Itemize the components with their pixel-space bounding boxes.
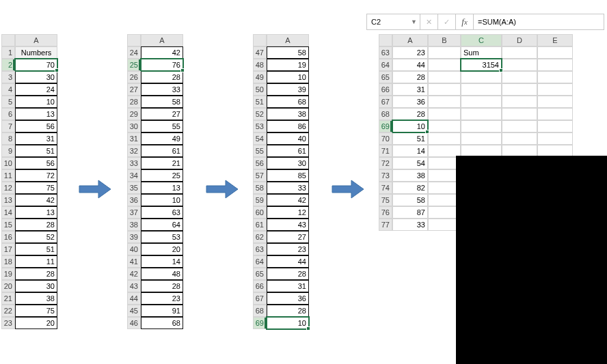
row-number[interactable]: 76 (379, 206, 392, 219)
data-cell[interactable] (428, 59, 461, 71)
data-cell[interactable]: 11 (15, 255, 57, 268)
row-number[interactable]: 39 (127, 231, 141, 243)
data-cell[interactable] (428, 46, 461, 59)
col-header[interactable]: E (537, 34, 573, 46)
data-cell[interactable]: 42 (141, 46, 183, 59)
data-cell[interactable]: 27 (267, 231, 309, 243)
confirm-icon[interactable]: ✓ (438, 14, 456, 29)
data-cell[interactable]: 38 (267, 108, 309, 120)
row-number[interactable]: 64 (379, 59, 392, 71)
data-cell[interactable]: 23 (392, 46, 428, 59)
data-cell[interactable]: 51 (15, 145, 57, 157)
row-number[interactable]: 16 (1, 231, 15, 243)
data-cell[interactable]: 87 (392, 206, 428, 219)
data-cell[interactable] (428, 96, 461, 108)
row-number[interactable]: 21 (1, 292, 15, 305)
data-cell[interactable]: 28 (392, 108, 428, 120)
row-number[interactable]: 64 (253, 255, 267, 268)
row-number[interactable]: 30 (127, 120, 141, 132)
row-number[interactable]: 34 (127, 169, 141, 182)
row-number[interactable]: 55 (253, 145, 267, 157)
data-cell[interactable]: 28 (15, 219, 57, 231)
data-cell[interactable]: 31 (267, 280, 309, 292)
data-cell[interactable]: 28 (141, 280, 183, 292)
data-cell[interactable]: 30 (15, 71, 57, 83)
data-cell[interactable]: 30 (15, 280, 57, 292)
data-cell[interactable]: 10 (15, 96, 57, 108)
data-cell[interactable] (461, 71, 502, 83)
row-number[interactable]: 51 (253, 96, 267, 108)
data-cell[interactable]: 33 (267, 182, 309, 194)
row-number[interactable]: 59 (253, 194, 267, 206)
row-number[interactable]: 61 (253, 219, 267, 231)
data-cell[interactable]: 25 (141, 169, 183, 182)
data-cell[interactable]: 10 (267, 71, 309, 83)
data-cell[interactable]: 49 (141, 132, 183, 145)
data-cell[interactable] (502, 46, 537, 59)
data-cell[interactable] (537, 71, 573, 83)
cancel-icon[interactable]: ✕ (420, 14, 438, 29)
data-cell[interactable]: 28 (267, 268, 309, 280)
data-cell[interactable] (428, 83, 461, 96)
selection-handle[interactable] (499, 68, 503, 72)
row-number[interactable]: 17 (1, 243, 15, 255)
fx-icon[interactable]: fx (456, 14, 474, 29)
data-cell[interactable] (461, 83, 502, 96)
row-number[interactable]: 77 (379, 219, 392, 231)
data-cell[interactable]: 38 (392, 169, 428, 182)
data-cell[interactable] (502, 132, 537, 145)
row-number[interactable]: 73 (379, 169, 392, 182)
row-number[interactable]: 13 (1, 194, 15, 206)
col-header-a[interactable]: A (141, 34, 183, 46)
row-number[interactable]: 5 (1, 96, 15, 108)
row-number[interactable]: 32 (127, 145, 141, 157)
data-cell[interactable]: 21 (141, 157, 183, 169)
row-number[interactable]: 4 (1, 83, 15, 96)
data-cell[interactable]: 31 (392, 83, 428, 96)
data-cell[interactable]: 61 (267, 145, 309, 157)
data-cell[interactable] (537, 59, 573, 71)
row-number[interactable]: 75 (379, 194, 392, 206)
data-cell[interactable]: 10 (267, 317, 309, 329)
row-number[interactable]: 67 (253, 292, 267, 305)
row-number[interactable]: 23 (1, 317, 15, 329)
data-cell[interactable]: 51 (392, 132, 428, 145)
row-number[interactable]: 41 (127, 255, 141, 268)
row-number[interactable]: 29 (127, 108, 141, 120)
row-number[interactable]: 48 (253, 59, 267, 71)
row-number[interactable]: 3 (1, 71, 15, 83)
row-number[interactable]: 22 (1, 305, 15, 317)
row-number[interactable]: 42 (127, 268, 141, 280)
data-cell[interactable]: 58 (267, 46, 309, 59)
data-cell[interactable]: 20 (15, 317, 57, 329)
row-number[interactable]: 20 (1, 280, 15, 292)
data-cell[interactable]: 27 (141, 108, 183, 120)
data-cell[interactable]: 51 (15, 243, 57, 255)
data-cell[interactable]: 23 (267, 243, 309, 255)
data-cell[interactable]: 63 (141, 206, 183, 219)
data-cell[interactable] (537, 108, 573, 120)
data-cell[interactable] (502, 71, 537, 83)
row-number[interactable]: 6 (1, 108, 15, 120)
col-header-a[interactable]: A (267, 34, 309, 46)
row-number[interactable]: 63 (379, 46, 392, 59)
row-number[interactable]: 8 (1, 132, 15, 145)
row-number[interactable]: 1 (1, 46, 15, 59)
data-cell[interactable]: 68 (141, 317, 183, 329)
data-cell[interactable]: 44 (267, 255, 309, 268)
data-cell[interactable]: 13 (15, 108, 57, 120)
data-cell[interactable]: 36 (267, 292, 309, 305)
row-number[interactable]: 14 (1, 206, 15, 219)
data-cell[interactable] (502, 83, 537, 96)
row-number[interactable]: 33 (127, 157, 141, 169)
selection-handle[interactable] (425, 130, 429, 134)
header-cell[interactable]: Numbers (15, 46, 57, 59)
row-number[interactable]: 2 (1, 59, 15, 71)
data-cell[interactable] (502, 108, 537, 120)
row-number[interactable]: 10 (1, 157, 15, 169)
row-number[interactable]: 65 (379, 71, 392, 83)
data-cell[interactable]: 19 (267, 59, 309, 71)
row-number[interactable]: 19 (1, 268, 15, 280)
data-cell[interactable] (461, 132, 502, 145)
data-cell[interactable] (502, 96, 537, 108)
